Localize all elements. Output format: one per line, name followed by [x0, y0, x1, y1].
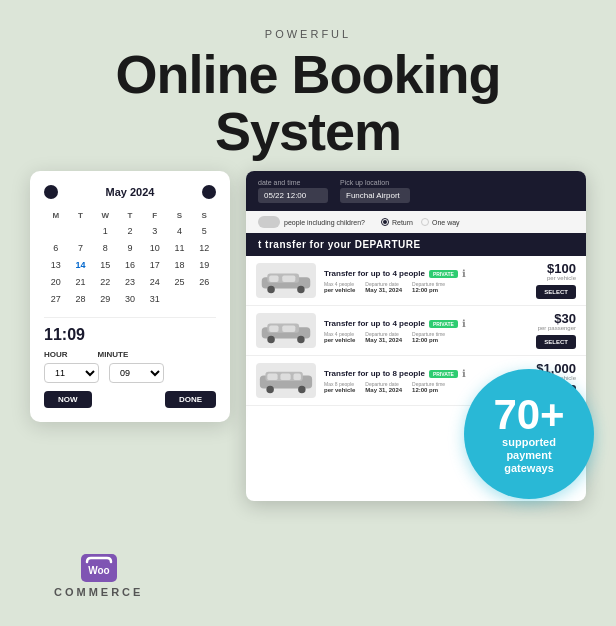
main-title: Online Booking System [116, 46, 501, 159]
cal-day-16[interactable]: 16 [118, 257, 142, 273]
vehicle-details-1: Max 4 people per vehicle Departure date … [324, 281, 528, 293]
cal-day-header-f: F [143, 209, 167, 222]
content-area: May 2024 M T W T F S S 1 2 3 4 5 6 [0, 171, 616, 501]
woocommerce-text: COMMERCE [54, 586, 143, 598]
vehicle-info-icon-1[interactable]: ℹ [462, 268, 466, 279]
cal-day-empty1 [44, 223, 68, 239]
cal-day-header-t2: T [118, 209, 142, 222]
svg-point-3 [297, 286, 304, 293]
cal-day-28[interactable]: 28 [69, 291, 93, 307]
cal-day-3[interactable]: 3 [143, 223, 167, 239]
select-button-1[interactable]: SELECT [536, 285, 576, 299]
return-radio[interactable]: Return [381, 218, 413, 226]
cal-day-20[interactable]: 20 [44, 274, 68, 290]
minute-select[interactable]: 09 [109, 363, 164, 383]
cal-day-empty2 [69, 223, 93, 239]
done-button[interactable]: DONE [165, 391, 216, 408]
select-button-2[interactable]: SELECT [536, 335, 576, 349]
svg-point-2 [267, 286, 274, 293]
svg-point-9 [297, 336, 304, 343]
cal-day-4[interactable]: 4 [168, 223, 192, 239]
cal-day-22[interactable]: 22 [93, 274, 117, 290]
cal-day-29[interactable]: 29 [93, 291, 117, 307]
passengers-label: people including children? [284, 219, 365, 226]
svg-rect-11 [282, 325, 295, 332]
cal-day-2[interactable]: 2 [118, 223, 142, 239]
calendar-grid: M T W T F S S 1 2 3 4 5 6 7 8 9 10 [44, 209, 216, 307]
price-unit-2: per passenger [536, 325, 576, 331]
return-label: Return [392, 219, 413, 226]
cal-day-1[interactable]: 1 [93, 223, 117, 239]
booking-subheader: people including children? Return One wa… [246, 211, 586, 233]
time-display: 11:09 [44, 326, 216, 344]
oneway-radio[interactable]: One way [421, 218, 460, 226]
oneway-label: One way [432, 219, 460, 226]
calendar-next-button[interactable] [202, 185, 216, 199]
cal-day-empty3 [168, 291, 192, 307]
time-section: 11:09 HOUR MINUTE 11 09 NOW DONE [44, 317, 216, 408]
minute-label: MINUTE [98, 350, 129, 359]
cal-day-24[interactable]: 24 [143, 274, 167, 290]
vehicle-image-3 [256, 363, 316, 398]
svg-text:Woo: Woo [88, 565, 109, 576]
return-radio-dot [381, 218, 389, 226]
svg-rect-16 [267, 373, 277, 380]
hour-select[interactable]: 11 [44, 363, 99, 383]
max-value-2: per vehicle [324, 337, 355, 343]
cal-day-26[interactable]: 26 [192, 274, 216, 290]
vehicle-image-2 [256, 313, 316, 348]
cal-day-31[interactable]: 31 [143, 291, 167, 307]
passengers-toggle[interactable] [258, 216, 280, 228]
svg-rect-17 [280, 373, 290, 380]
vehicle-info-icon-3[interactable]: ℹ [462, 368, 466, 379]
cal-day-5[interactable]: 5 [192, 223, 216, 239]
pickup-field: Pick up location Funchal Airport [340, 179, 410, 203]
vehicle-item-1: Transfer for up to 4 people PRIVATE ℹ Ma… [246, 256, 586, 306]
cal-day-12[interactable]: 12 [192, 240, 216, 256]
cal-day-11[interactable]: 11 [168, 240, 192, 256]
date-time-value: 05/22 12:00 [258, 188, 328, 203]
woocommerce-section: Woo COMMERCE [54, 548, 143, 598]
cal-day-9[interactable]: 9 [118, 240, 142, 256]
vehicle-image-1 [256, 263, 316, 298]
cal-day-19[interactable]: 19 [192, 257, 216, 273]
cal-day-30[interactable]: 30 [118, 291, 142, 307]
vehicle-info-icon-2[interactable]: ℹ [462, 318, 466, 329]
vehicle-badge-1: PRIVATE [429, 270, 458, 278]
max-value-3: per vehicle [324, 387, 355, 393]
cal-day-7[interactable]: 7 [69, 240, 93, 256]
badge-text: supported payment gateways [502, 436, 556, 476]
vehicle-price-2: $30 per passenger SELECT [536, 312, 576, 349]
max-value-1: per vehicle [324, 287, 355, 293]
pickup-label: Pick up location [340, 179, 410, 186]
cal-day-13[interactable]: 13 [44, 257, 68, 273]
cal-day-6[interactable]: 6 [44, 240, 68, 256]
cal-day-25[interactable]: 25 [168, 274, 192, 290]
cal-day-header-t1: T [69, 209, 93, 222]
svg-point-8 [267, 336, 274, 343]
vehicle-name-row-1: Transfer for up to 4 people PRIVATE ℹ [324, 268, 528, 279]
svg-rect-10 [269, 325, 278, 332]
powerful-label: POWERFUL [116, 28, 501, 40]
cal-day-14[interactable]: 14 [69, 257, 93, 273]
vehicle-badge-2: PRIVATE [429, 320, 458, 328]
hour-label: HOUR [44, 350, 68, 359]
badge-70-plus: 70+ supported payment gateways [464, 369, 594, 499]
cal-day-17[interactable]: 17 [143, 257, 167, 273]
now-button[interactable]: NOW [44, 391, 92, 408]
vehicle-item-2: Transfer for up to 4 people PRIVATE ℹ Ma… [246, 306, 586, 356]
cal-day-23[interactable]: 23 [118, 274, 142, 290]
cal-day-21[interactable]: 21 [69, 274, 93, 290]
cal-day-8[interactable]: 8 [93, 240, 117, 256]
calendar-prev-button[interactable] [44, 185, 58, 199]
cal-day-10[interactable]: 10 [143, 240, 167, 256]
vehicle-name-1: Transfer for up to 4 people [324, 269, 425, 278]
dep-time-value-3: 12:00 pm [412, 387, 445, 393]
cal-day-15[interactable]: 15 [93, 257, 117, 273]
cal-day-18[interactable]: 18 [168, 257, 192, 273]
svg-point-15 [298, 386, 305, 393]
svg-point-14 [266, 386, 273, 393]
cal-day-27[interactable]: 27 [44, 291, 68, 307]
date-time-label: date and time [258, 179, 328, 186]
vehicle-badge-3: PRIVATE [429, 370, 458, 378]
